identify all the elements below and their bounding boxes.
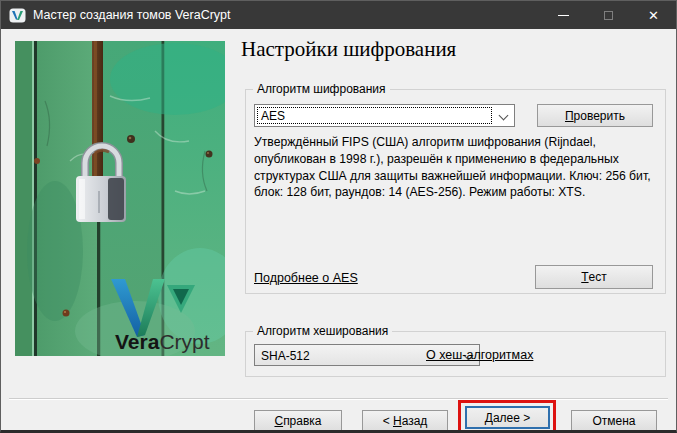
door-padlock-banner-image: VeraCrypt xyxy=(15,41,225,356)
logo-text-bold: Vera xyxy=(115,330,160,353)
more-about-aes-link[interactable]: Подробнее о AES xyxy=(254,271,358,285)
encryption-group-label: Алгоритм шифрования xyxy=(253,82,390,96)
test-button[interactable]: Тест xyxy=(535,265,653,289)
algorithm-description: Утверждённый FIPS (США) алгоритм шифрова… xyxy=(254,134,661,201)
dialog-body: VeraCrypt Настройки шифрования Алгоритм … xyxy=(1,29,676,430)
encryption-algorithm-group: Алгоритм шифрования AES Проверить Утверж… xyxy=(245,89,666,294)
hash-algorithm-group: Алгоритм хеширования SHA-512 О хеш-алгор… xyxy=(245,331,666,377)
maximize-icon xyxy=(604,11,613,20)
next-button[interactable]: Далее > xyxy=(465,406,550,429)
minimize-button[interactable] xyxy=(541,1,586,29)
titlebar[interactable]: Мастер создания томов VeraCrypt ✕ xyxy=(1,1,676,29)
benchmark-button[interactable]: Проверить xyxy=(537,104,653,127)
svg-text:VeraCrypt: VeraCrypt xyxy=(115,330,210,353)
page-title: Настройки шифрования xyxy=(241,37,456,62)
minimize-icon xyxy=(558,15,569,16)
hash-group-label: Алгоритм хеширования xyxy=(253,324,392,338)
hash-info-link[interactable]: О хеш-алгоритмах xyxy=(426,348,533,362)
maximize-button xyxy=(586,1,631,29)
cancel-button[interactable]: Отмена xyxy=(571,410,657,432)
veracrypt-app-icon xyxy=(9,7,26,24)
hash-algorithm-value: SHA-512 xyxy=(261,349,310,363)
help-button[interactable]: Справка xyxy=(254,410,342,432)
back-button[interactable]: < Назад xyxy=(362,410,448,432)
close-button[interactable]: ✕ xyxy=(631,1,676,29)
logo-text-light: Crypt xyxy=(159,330,209,353)
window-title: Мастер создания томов VeraCrypt xyxy=(33,8,231,22)
veracrypt-wizard-window: Мастер создания томов VeraCrypt ✕ xyxy=(0,0,677,433)
focus-rect xyxy=(257,107,492,124)
footer-separator xyxy=(9,398,668,400)
encryption-algorithm-select[interactable]: AES xyxy=(254,104,515,127)
chevron-down-icon xyxy=(499,111,509,121)
close-icon: ✕ xyxy=(648,9,659,22)
